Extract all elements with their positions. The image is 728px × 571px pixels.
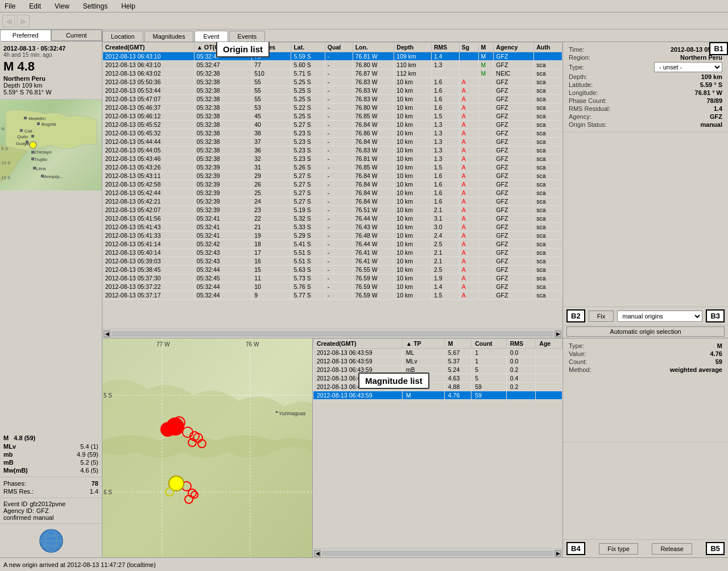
release-button[interactable]: Release	[652, 543, 692, 555]
col-lon[interactable]: Lon.	[353, 43, 394, 52]
origin-row-28[interactable]: 2012-08-13 05:37:17 05:32:44 9 5.77 S - …	[103, 291, 562, 300]
b3-button[interactable]: B3	[706, 309, 725, 322]
mag-row-0[interactable]: 2012-08-13 06:43:59 ML 5.67 1 0.0	[313, 349, 562, 357]
forward-button[interactable]: ▶	[17, 15, 30, 27]
origin-row-23[interactable]: 2012-08-13 05:40:14 05:32:43 17 5.51 S -…	[103, 249, 562, 257]
type-dropdown[interactable]: - unset -	[654, 62, 722, 72]
col-sg[interactable]: Sg	[459, 43, 478, 52]
mag-table-wrap[interactable]: Created(GMT) ▲ TP M Count RMS Age 2012-0…	[313, 338, 562, 548]
mag-scrollbar[interactable]: ◀ ▶	[313, 548, 562, 557]
manual-origins-select[interactable]: manual origins	[617, 311, 702, 322]
scroll-left[interactable]: ◀	[104, 330, 110, 337]
mag-col-created[interactable]: Created(GMT)	[313, 339, 403, 349]
col-depth[interactable]: Depth	[394, 43, 432, 52]
origin-row-0[interactable]: 2012-08-13 06:43:10 05:32:47 78 5.59 S -…	[103, 52, 562, 61]
menu-file[interactable]: File	[2, 1, 18, 11]
origin-row-6[interactable]: 2012-08-13 05:46:37 05:32:38 53 5.22 S -…	[103, 104, 562, 112]
origin-cell-phases: 77	[252, 61, 291, 69]
origin-row-19[interactable]: 2012-08-13 05:41:56 05:32:41 22 5.32 S -…	[103, 214, 562, 223]
origin-row-7[interactable]: 2012-08-13 05:46:12 05:32:38 45 5.25 S -…	[103, 112, 562, 121]
origin-cell-agency: GFZ	[494, 61, 534, 69]
mag-mB-label: mB	[3, 459, 14, 466]
col-qual[interactable]: Qual	[325, 43, 353, 52]
mag-col-tp[interactable]: ▲ TP	[402, 339, 444, 349]
menu-view[interactable]: View	[52, 1, 72, 11]
origin-cell-ot: 05:32:47	[194, 61, 251, 69]
b4-button[interactable]: B4	[566, 542, 585, 555]
mag-row-1[interactable]: 2012-08-13 06:43:59 MLv 5.37 1 0.0	[313, 357, 562, 366]
origin-row-18[interactable]: 2012-08-13 05:42:07 05:32:39 23 5.19 S -…	[103, 206, 562, 214]
origin-row-11[interactable]: 2012-08-13 05:44:05 05:32:38 36 5.23 S -…	[103, 146, 562, 155]
col-auth[interactable]: Auth	[534, 43, 562, 52]
tab-events[interactable]: Events	[229, 31, 266, 42]
origin-cell-sg: A	[459, 249, 478, 257]
mag-scroll-left[interactable]: ◀	[314, 550, 321, 557]
origin-row-5[interactable]: 2012-08-13 05:47:07 05:32:38 55 5.25 S -…	[103, 95, 562, 104]
mag-col-count[interactable]: Count	[471, 339, 507, 349]
back-button[interactable]: ◀	[2, 15, 15, 27]
menu-settings[interactable]: Settings	[81, 1, 110, 11]
origin-row-2[interactable]: 2012-08-13 06:43:02 05:32:38 510 5.71 S …	[103, 69, 562, 78]
mag-col-age[interactable]: Age	[536, 339, 562, 349]
svg-text:Arequip...: Arequip...	[44, 174, 63, 179]
mag-row-2[interactable]: 2012-08-13 06:43:59 mB 5.24 5 0.2	[313, 366, 562, 374]
origin-row-9[interactable]: 2012-08-13 05:45:32 05:32:38 38 5.23 S -…	[103, 129, 562, 138]
origin-row-16[interactable]: 2012-08-13 05:42:44 05:32:39 25 5.27 S -…	[103, 189, 562, 197]
col-created[interactable]: Created(GMT)	[103, 43, 195, 52]
time-label: Time:	[569, 46, 620, 53]
origin-row-1[interactable]: 2012-08-13 06:43:10 05:32:47 77 5.60 S -…	[103, 61, 562, 69]
col-m[interactable]: M	[478, 43, 494, 52]
col-lat[interactable]: Lat.	[291, 43, 325, 52]
col-rms[interactable]: RMS	[431, 43, 459, 52]
toolbar: ◀ ▶	[0, 13, 728, 30]
b5-button[interactable]: B5	[706, 542, 725, 555]
origin-row-21[interactable]: 2012-08-13 05:41:33 05:32:41 19 5.29 S -…	[103, 231, 562, 240]
origin-row-15[interactable]: 2012-08-13 05:42:58 05:32:39 26 5.27 S -…	[103, 180, 562, 189]
menu-edit[interactable]: Edit	[27, 1, 43, 11]
origin-row-8[interactable]: 2012-08-13 05:45:52 05:32:38 40 5.27 S -…	[103, 121, 562, 129]
origin-cell-lat: 5.63 S	[291, 266, 325, 274]
origin-row-17[interactable]: 2012-08-13 05:42:21 05:32:39 24 5.27 S -…	[103, 197, 562, 206]
origin-table-wrap[interactable]: Created(GMT) ▲ OT(GMT) Phases Lat. Qual …	[102, 42, 562, 329]
origin-row-3[interactable]: 2012-08-13 05:50:36 05:32:38 55 5.25 S -…	[103, 78, 562, 86]
origin-row-4[interactable]: 2012-08-13 05:53:44 05:32:38 55 5.25 S -…	[103, 86, 562, 95]
b2-button[interactable]: B2	[566, 309, 585, 322]
menu-help[interactable]: Help	[119, 1, 138, 11]
tab-preferred[interactable]: Preferred	[0, 30, 51, 41]
origin-cell-m	[478, 104, 494, 112]
mag-col-m[interactable]: M	[444, 339, 471, 349]
mag-scroll-right[interactable]: ▶	[555, 550, 561, 557]
origin-row-20[interactable]: 2012-08-13 05:41:43 05:32:41 21 5.33 S -…	[103, 223, 562, 231]
origin-row-13[interactable]: 2012-08-13 05:43:26 05:32:39 31 5.26 S -…	[103, 163, 562, 172]
mag-col-rms[interactable]: RMS	[506, 339, 536, 349]
origin-row-12[interactable]: 2012-08-13 05:43:46 05:32:38 32 5.23 S -…	[103, 155, 562, 163]
origin-row-22[interactable]: 2012-08-13 05:41:14 05:32:42 18 5.41 S -…	[103, 240, 562, 249]
event-time: 2012-08-13 · 05:32:47	[3, 45, 98, 52]
origin-row-24[interactable]: 2012-08-13 05:39:03 05:32:43 16 5.51 S -…	[103, 257, 562, 266]
fix-button[interactable]: Fix	[589, 311, 614, 322]
tab-current[interactable]: Current	[51, 30, 102, 41]
auto-origin-button[interactable]: Automatic origin selection	[566, 326, 725, 337]
origin-cell-qual: -	[325, 283, 353, 291]
origin-row-10[interactable]: 2012-08-13 05:44:44 05:32:38 37 5.23 S -…	[103, 138, 562, 146]
origin-cell-lon: 76.84 W	[353, 197, 394, 206]
origin-row-25[interactable]: 2012-08-13 05:38:45 05:32:44 15 5.63 S -…	[103, 266, 562, 274]
tab-location[interactable]: Location	[102, 31, 143, 42]
mag-row-3[interactable]: 2012-08-13 06:43:59 Mw(mB) 4.63 5 0.4	[313, 374, 562, 383]
origin-row-27[interactable]: 2012-08-13 05:37:22 05:32:44 10 5.76 S -…	[103, 283, 562, 291]
origin-scrollbar[interactable]: ◀ ▶	[102, 329, 562, 338]
tab-event[interactable]: Event	[195, 31, 228, 42]
origin-row-26[interactable]: 2012-08-13 05:37:30 05:32:45 11 5.73 S -…	[103, 274, 562, 283]
origin-row-14[interactable]: 2012-08-13 05:43:11 05:32:39 29 5.27 S -…	[103, 172, 562, 180]
mag-detail-section: Type: M Value: 4.76 Count: 59 Method: we…	[563, 338, 728, 442]
b1-button[interactable]: B1	[709, 42, 728, 55]
fix-type-button[interactable]: Fix type	[599, 543, 638, 555]
col-agency[interactable]: Agency	[494, 43, 534, 52]
tab-magnitudes[interactable]: Magnitudes	[144, 31, 194, 42]
origin-cell-m	[478, 223, 494, 231]
scroll-right[interactable]: ▶	[555, 330, 561, 337]
origin-cell-m	[478, 291, 494, 300]
mag-row-5[interactable]: 2012-08-13 06:43:59 M 4.76 59	[313, 391, 562, 400]
mag-row-4[interactable]: 2012-08-13 06:43:59 mb 4.88 59 0.2	[313, 383, 562, 391]
origin-cell-agency: NEIC	[494, 69, 534, 78]
